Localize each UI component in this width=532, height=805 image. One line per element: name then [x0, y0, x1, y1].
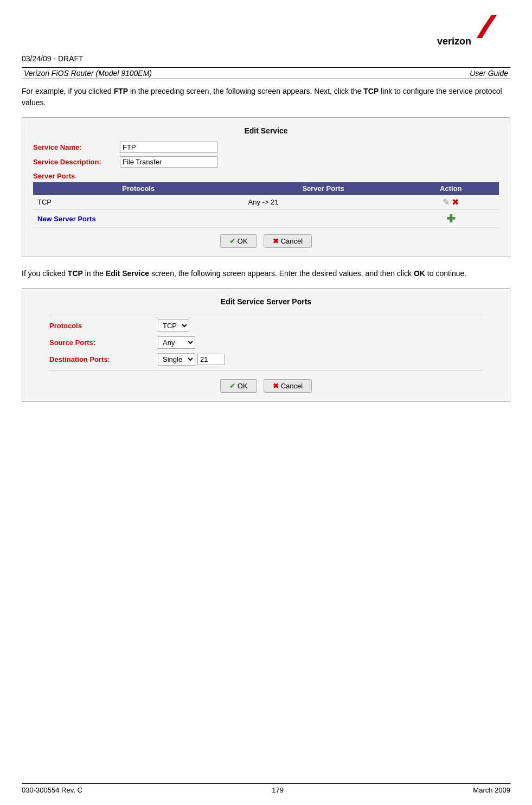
footer-left: 030-300554 Rev. C	[22, 786, 82, 794]
esp-divider-top	[49, 315, 483, 315]
service-name-row: Service Name:	[33, 142, 499, 153]
esp-form: Protocols TCP UDP Source Ports: Any Sing…	[49, 315, 483, 370]
row1-server-ports: Any -> 21	[243, 195, 402, 210]
table-row: TCP Any -> 21 ✎ ✖	[33, 195, 499, 210]
destination-ports-row: Destination Ports: Single Any Range	[49, 353, 483, 366]
new-server-ports-value	[243, 210, 402, 228]
protocols-label: Protocols	[49, 322, 158, 330]
service-name-label: Service Name:	[33, 143, 120, 151]
body-text-1-before-ftp: For example, if you clicked	[22, 87, 114, 95]
new-server-ports-label[interactable]: New Server Ports	[33, 210, 243, 228]
esp-ok-button[interactable]: ✔ OK	[220, 379, 257, 393]
body-text-2-after: screen, the following screen appears. En…	[149, 269, 414, 278]
delete-icon[interactable]: ✖	[452, 197, 459, 207]
edit-service-cancel-label: Cancel	[281, 237, 303, 245]
row1-protocol: TCP	[33, 195, 243, 210]
edit-service-buttons: ✔ OK ✖ Cancel	[33, 234, 499, 248]
protocols-value: TCP UDP	[158, 320, 189, 332]
footer-center: 179	[272, 786, 284, 794]
table-row: New Server Ports ✚	[33, 210, 499, 228]
add-icon[interactable]: ✚	[446, 212, 456, 225]
destination-ports-num-input[interactable]	[197, 354, 225, 365]
source-ports-row: Source Ports: Any Single Range	[49, 336, 483, 349]
protocols-select[interactable]: TCP UDP	[158, 320, 189, 332]
esp-buttons: ✔ OK ✖ Cancel	[33, 379, 499, 393]
edit-service-server-ports-screenshot: Edit Service Server Ports Protocols TCP …	[22, 288, 510, 402]
esp-ok-label: OK	[238, 382, 248, 390]
edit-icon[interactable]: ✎	[443, 197, 450, 207]
esp-cancel-label: Cancel	[281, 382, 303, 390]
service-desc-label: Service Description:	[33, 158, 120, 166]
col-action: Action	[403, 182, 499, 195]
subtitle-right: User Guide	[470, 69, 508, 78]
svg-text:verizon: verizon	[437, 36, 471, 47]
body-text-2-between: in the	[83, 269, 106, 278]
body-text-2-edit-service: Edit Service	[106, 269, 149, 278]
col-server-ports: Server Ports	[243, 182, 402, 195]
footer-right: March 2009	[473, 786, 510, 794]
service-desc-row: Service Description:	[33, 156, 499, 168]
cancel-icon-2: ✖	[273, 382, 279, 390]
source-ports-value: Any Single Range	[158, 336, 195, 349]
row1-action: ✎ ✖	[403, 195, 499, 210]
draft-line: 03/24/09 - DRAFT	[22, 54, 510, 63]
edit-service-screenshot: Edit Service Service Name: Service Descr…	[22, 117, 510, 257]
edit-service-ok-label: OK	[238, 237, 248, 245]
ok-icon-2: ✔	[229, 382, 235, 390]
subtitle-line: Verizon FiOS Router (Model 9100EM) User …	[22, 67, 510, 79]
edit-service-cancel-button[interactable]: ✖ Cancel	[264, 234, 312, 248]
col-protocols: Protocols	[33, 182, 243, 195]
source-ports-select[interactable]: Any Single Range	[158, 336, 195, 349]
svg-marker-1	[477, 27, 489, 38]
server-ports-table: Protocols Server Ports Action TCP Any ->…	[33, 182, 499, 228]
body-text-1-between: in the preceding screen, the following s…	[128, 87, 363, 95]
verizon-logo: verizon	[434, 11, 510, 49]
body-text-1: For example, if you clicked FTP in the p…	[22, 86, 510, 108]
subtitle-left: Verizon FiOS Router (Model 9100EM)	[24, 69, 152, 78]
protocols-row: Protocols TCP UDP	[49, 320, 483, 332]
edit-service-ok-button[interactable]: ✔ OK	[220, 234, 257, 248]
body-text-2-ok: OK	[414, 269, 425, 278]
esp-title: Edit Service Server Ports	[33, 297, 499, 306]
esp-cancel-button[interactable]: ✖ Cancel	[264, 379, 312, 393]
body-text-2-end: to continue.	[425, 269, 466, 278]
esp-divider-bottom	[49, 370, 483, 370]
ok-icon: ✔	[229, 237, 235, 245]
destination-ports-label: Destination Ports:	[49, 355, 158, 363]
service-desc-input[interactable]	[120, 156, 217, 168]
server-ports-section-label: Server Ports	[33, 172, 499, 180]
body-text-2: If you clicked TCP in the Edit Service s…	[22, 268, 510, 279]
footer: 030-300554 Rev. C 179 March 2009	[22, 783, 510, 794]
service-name-input[interactable]	[120, 142, 217, 153]
body-text-2-before-tcp: If you clicked	[22, 269, 68, 278]
new-server-ports-action: ✚	[403, 210, 499, 228]
source-ports-label: Source Ports:	[49, 338, 158, 347]
edit-service-title: Edit Service	[33, 126, 499, 135]
destination-ports-value: Single Any Range	[158, 353, 225, 366]
svg-marker-0	[483, 15, 497, 27]
cancel-icon: ✖	[273, 237, 279, 245]
body-text-1-tcp: TCP	[363, 87, 379, 95]
body-text-1-ftp: FTP	[114, 87, 128, 95]
destination-ports-type-select[interactable]: Single Any Range	[158, 353, 195, 366]
body-text-2-tcp: TCP	[68, 269, 83, 278]
